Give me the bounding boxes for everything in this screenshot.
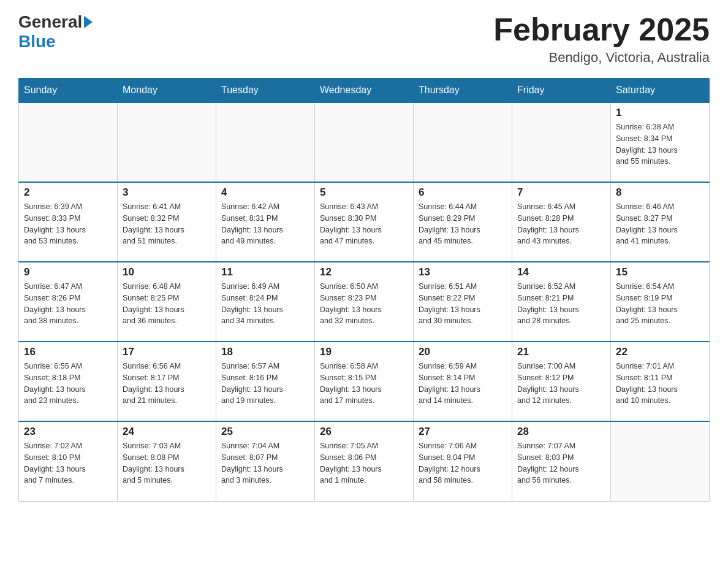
calendar-cell: 12Sunrise: 6:50 AMSunset: 8:23 PMDayligh… — [315, 262, 414, 342]
day-info: Sunrise: 7:00 AMSunset: 8:12 PMDaylight:… — [517, 361, 605, 407]
calendar-cell: 2Sunrise: 6:39 AMSunset: 8:33 PMDaylight… — [19, 182, 118, 262]
day-info: Sunrise: 7:03 AMSunset: 8:08 PMDaylight:… — [123, 440, 211, 486]
day-number: 11 — [221, 266, 309, 278]
day-number: 18 — [221, 346, 309, 358]
week-row-1: 1Sunrise: 6:38 AMSunset: 8:34 PMDaylight… — [19, 102, 710, 182]
calendar-table: SundayMondayTuesdayWednesdayThursdayFrid… — [18, 78, 710, 502]
calendar-cell: 25Sunrise: 7:04 AMSunset: 8:07 PMDayligh… — [216, 421, 315, 501]
day-number: 23 — [24, 426, 112, 438]
calendar-cell: 24Sunrise: 7:03 AMSunset: 8:08 PMDayligh… — [118, 421, 216, 501]
day-info: Sunrise: 6:51 AMSunset: 8:22 PMDaylight:… — [419, 281, 507, 327]
header-tuesday: Tuesday — [216, 79, 315, 103]
calendar-cell: 17Sunrise: 6:56 AMSunset: 8:17 PMDayligh… — [118, 342, 216, 421]
day-number: 15 — [616, 266, 704, 278]
calendar-cell: 5Sunrise: 6:43 AMSunset: 8:30 PMDaylight… — [315, 182, 414, 262]
day-number: 4 — [221, 186, 309, 199]
calendar-cell: 10Sunrise: 6:48 AMSunset: 8:25 PMDayligh… — [118, 262, 216, 342]
day-info: Sunrise: 7:04 AMSunset: 8:07 PMDaylight:… — [221, 440, 309, 486]
day-info: Sunrise: 6:48 AMSunset: 8:25 PMDaylight:… — [123, 281, 211, 327]
calendar-cell — [118, 102, 216, 182]
day-info: Sunrise: 6:46 AMSunset: 8:27 PMDaylight:… — [616, 201, 704, 247]
calendar-cell: 3Sunrise: 6:41 AMSunset: 8:32 PMDaylight… — [118, 182, 216, 262]
calendar-cell — [19, 102, 118, 182]
day-number: 25 — [221, 426, 309, 438]
day-info: Sunrise: 6:58 AMSunset: 8:15 PMDaylight:… — [320, 361, 408, 407]
logo-general-text: General — [18, 12, 82, 32]
calendar-cell: 16Sunrise: 6:55 AMSunset: 8:18 PMDayligh… — [19, 342, 118, 421]
calendar-cell: 20Sunrise: 6:59 AMSunset: 8:14 PMDayligh… — [414, 342, 512, 421]
calendar-cell: 19Sunrise: 6:58 AMSunset: 8:15 PMDayligh… — [315, 342, 414, 421]
calendar-cell: 8Sunrise: 6:46 AMSunset: 8:27 PMDaylight… — [611, 182, 710, 262]
day-info: Sunrise: 7:05 AMSunset: 8:06 PMDaylight:… — [320, 440, 408, 486]
header-monday: Monday — [118, 79, 216, 103]
day-number: 8 — [616, 186, 704, 199]
day-info: Sunrise: 6:55 AMSunset: 8:18 PMDaylight:… — [24, 361, 112, 407]
day-info: Sunrise: 6:49 AMSunset: 8:24 PMDaylight:… — [221, 281, 309, 327]
day-info: Sunrise: 6:43 AMSunset: 8:30 PMDaylight:… — [320, 201, 408, 247]
calendar-cell: 13Sunrise: 6:51 AMSunset: 8:22 PMDayligh… — [414, 262, 512, 342]
page-header: General Blue February 2025 Bendigo, Vict… — [18, 12, 710, 66]
day-number: 2 — [24, 186, 112, 199]
day-info: Sunrise: 6:50 AMSunset: 8:23 PMDaylight:… — [320, 281, 408, 327]
month-title: February 2025 — [493, 12, 710, 47]
day-number: 10 — [123, 266, 211, 278]
week-row-3: 9Sunrise: 6:47 AMSunset: 8:26 PMDaylight… — [19, 262, 710, 342]
calendar-cell: 22Sunrise: 7:01 AMSunset: 8:11 PMDayligh… — [611, 342, 710, 421]
day-number: 19 — [320, 346, 408, 358]
header-thursday: Thursday — [414, 79, 512, 103]
day-number: 9 — [24, 266, 112, 278]
calendar-cell — [216, 102, 315, 182]
day-info: Sunrise: 6:59 AMSunset: 8:14 PMDaylight:… — [419, 361, 507, 407]
calendar-cell: 11Sunrise: 6:49 AMSunset: 8:24 PMDayligh… — [216, 262, 315, 342]
day-number: 16 — [24, 346, 112, 358]
calendar-cell: 6Sunrise: 6:44 AMSunset: 8:29 PMDaylight… — [414, 182, 512, 262]
day-info: Sunrise: 6:44 AMSunset: 8:29 PMDaylight:… — [419, 201, 507, 247]
day-info: Sunrise: 6:41 AMSunset: 8:32 PMDaylight:… — [123, 201, 211, 247]
day-info: Sunrise: 7:02 AMSunset: 8:10 PMDaylight:… — [24, 440, 112, 486]
day-number: 14 — [517, 266, 605, 278]
day-info: Sunrise: 6:57 AMSunset: 8:16 PMDaylight:… — [221, 361, 309, 407]
day-info: Sunrise: 7:06 AMSunset: 8:04 PMDaylight:… — [419, 440, 507, 486]
calendar-header-row: SundayMondayTuesdayWednesdayThursdayFrid… — [19, 79, 710, 103]
day-number: 17 — [123, 346, 211, 358]
day-info: Sunrise: 6:42 AMSunset: 8:31 PMDaylight:… — [221, 201, 309, 247]
day-number: 27 — [419, 426, 507, 438]
day-number: 13 — [419, 266, 507, 278]
day-info: Sunrise: 6:56 AMSunset: 8:17 PMDaylight:… — [123, 361, 211, 407]
calendar-cell — [414, 102, 512, 182]
calendar-cell: 7Sunrise: 6:45 AMSunset: 8:28 PMDaylight… — [512, 182, 611, 262]
calendar-cell: 14Sunrise: 6:52 AMSunset: 8:21 PMDayligh… — [512, 262, 611, 342]
day-number: 5 — [320, 186, 408, 199]
week-row-4: 16Sunrise: 6:55 AMSunset: 8:18 PMDayligh… — [19, 342, 710, 421]
calendar-cell: 28Sunrise: 7:07 AMSunset: 8:03 PMDayligh… — [512, 421, 611, 501]
calendar-cell: 23Sunrise: 7:02 AMSunset: 8:10 PMDayligh… — [19, 421, 118, 501]
title-section: February 2025 Bendigo, Victoria, Austral… — [493, 12, 710, 66]
day-number: 22 — [616, 346, 704, 358]
week-row-2: 2Sunrise: 6:39 AMSunset: 8:33 PMDaylight… — [19, 182, 710, 262]
day-number: 12 — [320, 266, 408, 278]
day-number: 7 — [517, 186, 605, 199]
week-row-5: 23Sunrise: 7:02 AMSunset: 8:10 PMDayligh… — [19, 421, 710, 501]
day-info: Sunrise: 7:01 AMSunset: 8:11 PMDaylight:… — [616, 361, 704, 407]
logo: General Blue — [18, 12, 94, 52]
location-title: Bendigo, Victoria, Australia — [493, 50, 710, 66]
day-number: 28 — [517, 426, 605, 438]
day-info: Sunrise: 6:52 AMSunset: 8:21 PMDaylight:… — [517, 281, 605, 327]
calendar-cell: 27Sunrise: 7:06 AMSunset: 8:04 PMDayligh… — [414, 421, 512, 501]
day-number: 26 — [320, 426, 408, 438]
calendar-cell: 1Sunrise: 6:38 AMSunset: 8:34 PMDaylight… — [611, 102, 710, 182]
calendar-cell: 26Sunrise: 7:05 AMSunset: 8:06 PMDayligh… — [315, 421, 414, 501]
calendar-cell: 21Sunrise: 7:00 AMSunset: 8:12 PMDayligh… — [512, 342, 611, 421]
day-info: Sunrise: 6:39 AMSunset: 8:33 PMDaylight:… — [24, 201, 112, 247]
calendar-cell: 4Sunrise: 6:42 AMSunset: 8:31 PMDaylight… — [216, 182, 315, 262]
header-sunday: Sunday — [19, 79, 118, 103]
calendar-cell — [611, 421, 710, 501]
day-number: 1 — [616, 107, 704, 119]
day-number: 20 — [419, 346, 507, 358]
day-info: Sunrise: 6:45 AMSunset: 8:28 PMDaylight:… — [517, 201, 605, 247]
day-number: 21 — [517, 346, 605, 358]
header-saturday: Saturday — [611, 79, 710, 103]
calendar-cell: 9Sunrise: 6:47 AMSunset: 8:26 PMDaylight… — [19, 262, 118, 342]
day-number: 3 — [123, 186, 211, 199]
calendar-cell: 18Sunrise: 6:57 AMSunset: 8:16 PMDayligh… — [216, 342, 315, 421]
